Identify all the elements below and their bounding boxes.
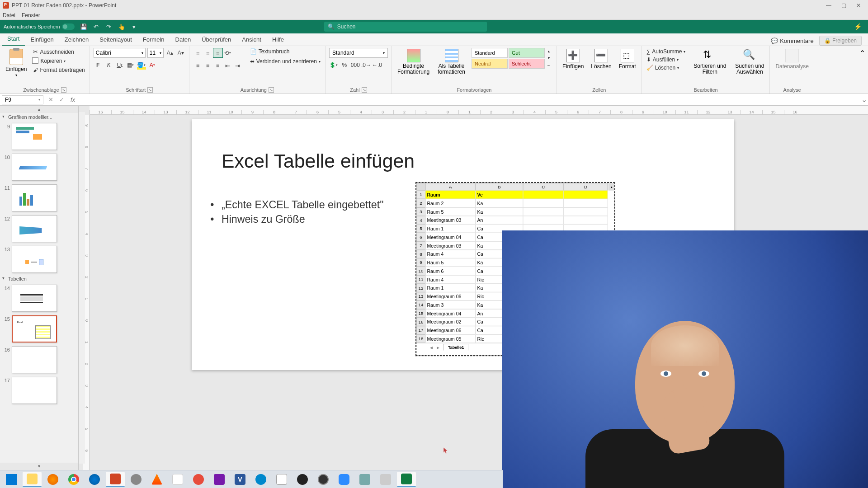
thumb-13[interactable] <box>12 246 57 273</box>
taskbar-telegram[interactable] <box>251 472 270 487</box>
xl-row-header[interactable]: 11 <box>416 275 425 284</box>
format-as-table-button[interactable]: Als Tabelle formatieren <box>436 48 467 76</box>
xl-cell[interactable]: Raum <box>425 191 476 199</box>
font-dialog-launcher[interactable]: ↘ <box>147 87 153 93</box>
style-standard[interactable]: Standard <box>472 48 508 58</box>
underline-button[interactable]: U▾ <box>115 61 124 70</box>
increase-indent-button[interactable]: ⇥ <box>233 61 243 70</box>
merge-center-button[interactable]: ⬌Verbinden und zentrieren ▾ <box>249 58 321 65</box>
copy-button[interactable]: Kopieren ▾ <box>32 57 85 65</box>
xl-cell[interactable]: Raum 4 <box>425 275 476 284</box>
vertical-scrollbar[interactable] <box>79 112 85 464</box>
xl-row-header[interactable]: 18 <box>416 334 425 343</box>
thousands-format-button[interactable]: 000 <box>351 61 360 70</box>
taskbar-visio[interactable]: V <box>231 472 250 487</box>
name-box[interactable]: F9▾ <box>2 95 43 104</box>
section-tabellen[interactable]: Tabellen <box>0 275 78 283</box>
orientation-button[interactable]: ⟲▾ <box>223 48 233 58</box>
tab-ansicht[interactable]: Ansicht <box>236 34 267 46</box>
thumb-15[interactable]: Excel <box>12 315 57 343</box>
xl-col-c[interactable]: C <box>523 183 564 191</box>
tab-daten[interactable]: Daten <box>170 34 197 46</box>
menu-fenster[interactable]: Fenster <box>22 12 40 19</box>
xl-col-a[interactable]: A <box>425 183 476 191</box>
taskbar-app3[interactable] <box>189 472 208 487</box>
align-left-button[interactable]: ≡ <box>193 61 203 70</box>
xl-row-header[interactable]: 7 <box>416 241 425 250</box>
enter-formula-button[interactable]: ✓ <box>56 96 67 103</box>
xl-cell[interactable]: Raum 1 <box>425 225 476 233</box>
xl-cell[interactable] <box>523 207 564 216</box>
xl-cell[interactable]: Meetingraum 06 <box>425 292 476 301</box>
xl-cell[interactable]: Raum 5 <box>425 207 476 216</box>
start-button[interactable] <box>2 472 21 487</box>
xl-row-header[interactable]: 3 <box>416 207 425 216</box>
align-center-button[interactable]: ≡ <box>203 61 213 70</box>
xl-cell[interactable] <box>564 207 608 216</box>
thumb-17[interactable] <box>12 377 57 404</box>
undo-icon[interactable]: ↶ <box>93 23 100 30</box>
xl-cell[interactable]: Meetingraum 05 <box>425 334 476 343</box>
collapse-ribbon-icon[interactable]: ⌃ <box>857 46 868 94</box>
xl-cell[interactable] <box>564 199 608 207</box>
taskbar-obs[interactable] <box>293 472 312 487</box>
style-schlecht[interactable]: Schlecht <box>509 59 545 69</box>
xl-cell[interactable] <box>564 216 608 225</box>
tab-formeln[interactable]: Formeln <box>137 34 170 46</box>
taskbar-onenote[interactable] <box>210 472 229 487</box>
taskbar-app4[interactable] <box>272 472 291 487</box>
number-format-select[interactable]: Standard▾ <box>329 48 388 58</box>
taskbar-zoom[interactable] <box>335 472 354 487</box>
italic-button[interactable]: K <box>104 61 113 70</box>
tab-hilfe[interactable]: Hilfe <box>267 34 289 46</box>
xl-cell[interactable]: Raum 5 <box>425 258 476 267</box>
xl-cell[interactable]: Ve <box>476 191 523 199</box>
cancel-formula-button[interactable]: ✕ <box>45 96 56 103</box>
xl-cell[interactable]: Raum 4 <box>425 250 476 258</box>
clipboard-dialog-launcher[interactable]: ↘ <box>61 87 66 93</box>
paste-button[interactable]: Einfügen ▾ <box>4 48 28 78</box>
xl-row-header[interactable]: 17 <box>416 326 425 335</box>
percent-format-button[interactable]: % <box>340 61 349 70</box>
qat-more-icon[interactable]: ▾ <box>131 23 138 30</box>
fx-icon[interactable]: fx <box>67 96 79 103</box>
taskbar-app7[interactable] <box>376 472 395 487</box>
sort-filter-button[interactable]: ⇅ Sortieren und Filtern <box>692 48 728 76</box>
xl-cell[interactable]: Ka <box>476 207 523 216</box>
alignment-dialog-launcher[interactable]: ↘ <box>269 87 274 93</box>
thumb-14[interactable] <box>12 285 57 312</box>
align-top-button[interactable]: ≡ <box>193 48 203 58</box>
taskbar-explorer[interactable] <box>23 472 42 487</box>
xl-cell[interactable]: Raum 2 <box>425 199 476 207</box>
xl-cell[interactable]: Meetingraum 03 <box>425 216 476 225</box>
align-right-button[interactable]: ≡ <box>213 61 223 70</box>
maximize-button[interactable]: ▢ <box>841 2 846 9</box>
data-analysis-button[interactable]: Datenanalyse <box>774 48 810 70</box>
xl-sheet-tab[interactable]: Tabelle1 <box>443 344 468 350</box>
minimize-button[interactable]: — <box>826 2 831 9</box>
thumb-scroll-up[interactable]: ▴ <box>0 106 78 113</box>
thumb-16[interactable] <box>12 346 57 373</box>
xl-cell[interactable] <box>523 216 564 225</box>
border-button[interactable]: ▦▾ <box>126 61 135 70</box>
xl-cell[interactable] <box>523 191 564 199</box>
style-neutral[interactable]: Neutral <box>472 59 508 69</box>
xl-row-header[interactable]: 5 <box>416 225 425 233</box>
xl-row-header[interactable]: 15 <box>416 309 425 318</box>
font-size-select[interactable]: 11▾ <box>147 48 164 58</box>
taskbar-firefox[interactable] <box>43 472 62 487</box>
xl-row[interactable]: 3Raum 5Ka <box>416 207 614 216</box>
taskbar-app6[interactable] <box>355 472 374 487</box>
accounting-format-button[interactable]: 💲▾ <box>329 61 338 70</box>
taskbar-app1[interactable] <box>127 472 146 487</box>
tab-start[interactable]: Start <box>2 33 25 46</box>
decrease-indent-button[interactable]: ⇤ <box>223 61 233 70</box>
xl-row-header[interactable]: 6 <box>416 233 425 241</box>
clear-button[interactable]: 🧹 Löschen ▾ <box>646 64 687 71</box>
style-gut[interactable]: Gut <box>509 48 545 58</box>
redo-icon[interactable]: ↷ <box>105 23 113 30</box>
ribbon-display-options-icon[interactable]: ⚡ <box>854 23 864 30</box>
xl-cell[interactable]: Raum 6 <box>425 267 476 275</box>
xl-row-header[interactable]: 1 <box>416 191 425 199</box>
paste-dropdown-icon[interactable]: ▾ <box>15 73 17 77</box>
